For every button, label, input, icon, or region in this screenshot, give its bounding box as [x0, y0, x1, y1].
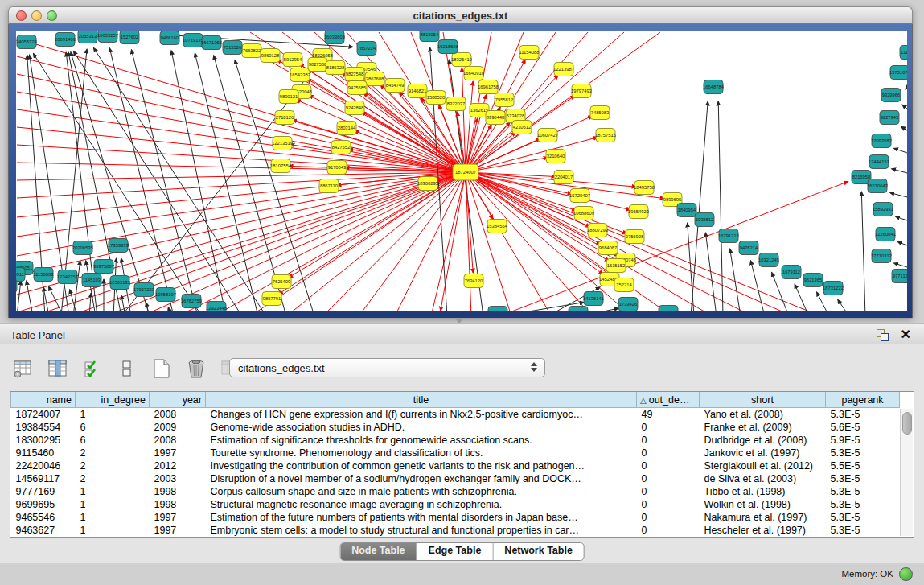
graph-edge[interactable]	[142, 172, 466, 311]
graph-node[interactable]: 1733426	[618, 298, 638, 311]
graph-node[interactable]: 1679112	[782, 266, 801, 279]
graph-node[interactable]: 7857224	[357, 42, 376, 56]
table-cell[interactable]: Disruption of a novel member of a sodium…	[206, 472, 637, 485]
table-cell[interactable]: 0	[637, 447, 700, 459]
table-cell[interactable]: 5.6E-5	[826, 421, 900, 434]
table-cell[interactable]: Dudbridge et al. (2008)	[700, 434, 826, 447]
graph-node[interactable]: 7184076	[569, 307, 588, 312]
table-row[interactable]: 2242004622012Investigating the contribut…	[11, 459, 900, 472]
graph-node[interactable]: 18731222	[823, 282, 844, 295]
table-cell[interactable]: 5.3E-5	[826, 408, 900, 422]
graph-node[interactable]: 24055724	[16, 35, 38, 49]
graph-node[interactable]: 752214	[614, 278, 634, 292]
node-table[interactable]: name in_degree year title △out_de… short…	[10, 391, 914, 538]
graph-edge[interactable]	[688, 223, 694, 311]
close-panel-icon[interactable]: ✕	[901, 327, 911, 342]
graph-node[interactable]: 9329966	[881, 89, 901, 102]
table-cell[interactable]: 9463627	[11, 524, 76, 537]
graph-node[interactable]: 9827508	[308, 58, 327, 72]
graph-node[interactable]: 18807293	[587, 224, 608, 237]
window-titlebar[interactable]: citations_edges.txt	[8, 6, 913, 24]
graph-node[interactable]: 7515526	[223, 41, 242, 55]
graph-node[interactable]: 16648784	[703, 80, 725, 94]
select-columns-icon[interactable]	[46, 356, 70, 381]
column-checklist-icon[interactable]	[80, 356, 105, 381]
column-header-short[interactable]: short	[700, 392, 826, 408]
table-cell[interactable]: 0	[637, 434, 700, 447]
graph-node[interactable]: 10958107	[155, 288, 176, 302]
table-row[interactable]: 946362711997Embryonic stem cells: a mode…	[11, 524, 900, 537]
table-cell[interactable]: 2	[76, 459, 150, 472]
graph-node[interactable]: 17359939	[108, 239, 129, 253]
graph-node[interactable]: 12923448	[206, 302, 227, 312]
graph-node[interactable]: 2718126	[275, 111, 294, 125]
scrollbar-thumb[interactable]	[902, 412, 912, 435]
graph-node[interactable]: 16791215	[718, 229, 739, 243]
graph-node[interactable]: 16640910	[463, 67, 484, 80]
row-height-icon[interactable]	[115, 356, 139, 381]
table-row[interactable]: 969969511998Structural magnetic resonanc…	[11, 498, 900, 511]
graph-node[interactable]: 9245012	[659, 306, 678, 312]
table-cell[interactable]: de Silva et al. (2003)	[700, 472, 826, 485]
tab-edge-table[interactable]: Edge Table	[417, 543, 494, 560]
graph-node[interactable]: 8990448	[486, 111, 505, 125]
table-cell[interactable]: 2008	[150, 408, 206, 422]
table-cell[interactable]: Jankovic et al. (1997)	[700, 447, 826, 459]
graph-node[interactable]: 1588520	[426, 91, 446, 105]
graph-node[interactable]: 9242848	[345, 101, 364, 115]
graph-edge[interactable]	[902, 105, 907, 109]
table-cell[interactable]: 2012	[150, 459, 206, 472]
table-cell[interactable]: 5.9E-5	[826, 434, 900, 447]
trash-icon[interactable]	[184, 356, 208, 381]
graph-node[interactable]: 5912954	[283, 53, 302, 67]
graph-node[interactable]: 9227343	[880, 111, 899, 125]
graph-node[interactable]: 17710312	[871, 249, 892, 263]
graph-edge[interactable]	[48, 286, 64, 311]
column-header-in-degree[interactable]: in_degree	[76, 392, 150, 408]
graph-node[interactable]: 1615152	[606, 259, 626, 273]
graph-edge[interactable]	[73, 261, 80, 311]
table-cell[interactable]: 5.5E-5	[826, 459, 900, 472]
table-cell[interactable]: 1998	[150, 485, 206, 498]
table-cell[interactable]: Tourette syndrome. Phenomenology and cla…	[206, 447, 637, 459]
table-cell[interactable]: Genome-wide association studies in ADHD.	[206, 421, 637, 434]
table-cell[interactable]: Investigating the contribution of common…	[206, 459, 637, 472]
table-cell[interactable]: 14569117	[11, 472, 76, 485]
graph-edge[interactable]	[894, 263, 907, 267]
graph-node[interactable]: 1145193	[82, 274, 101, 287]
graph-node[interactable]: 19654923	[628, 205, 649, 219]
graph-node[interactable]: 19650291	[487, 307, 508, 312]
table-cell[interactable]: Tibbo et al. (1998)	[700, 485, 826, 498]
table-cell[interactable]: 1997	[150, 447, 206, 459]
graph-node[interactable]: 3210640	[546, 150, 565, 163]
table-cell[interactable]: Stergiakouli et al. (2012)	[700, 459, 826, 472]
graph-node[interactable]: 12444151	[869, 155, 889, 169]
graph-node[interactable]: 1527602	[120, 31, 139, 44]
graph-node[interactable]: 1111404	[900, 46, 907, 60]
graph-node[interactable]: 12342757	[57, 270, 78, 284]
graph-node[interactable]: 12093582	[871, 134, 892, 148]
tab-node-table[interactable]: Node Table	[340, 543, 417, 560]
graph-node[interactable]: 16961758	[478, 80, 499, 94]
graph-node[interactable]: 16033809	[324, 31, 345, 44]
graph-node[interactable]: 9860128	[261, 49, 280, 63]
graph-edge[interactable]	[795, 284, 809, 311]
graph-edge[interactable]	[906, 85, 907, 89]
table-cell[interactable]: Corpus callosum shape and size in male p…	[206, 485, 637, 498]
table-cell[interactable]: 5.3E-5	[826, 524, 900, 537]
table-cell[interactable]: 6	[76, 421, 150, 434]
graph-edge[interactable]	[441, 172, 466, 311]
graph-edge[interactable]	[466, 172, 552, 311]
graph-node[interactable]: 20206535	[72, 241, 93, 255]
table-cell[interactable]: 1997	[150, 511, 206, 524]
column-header-pagerank[interactable]: pagerank	[826, 392, 900, 408]
graph-node[interactable]: 7955812	[495, 93, 514, 107]
table-cell[interactable]: 19384554	[11, 421, 76, 434]
table-cell[interactable]: 0	[637, 459, 700, 472]
graph-edge[interactable]	[17, 281, 21, 311]
graph-node[interactable]: 15720407	[569, 189, 590, 203]
table-cell[interactable]: 0	[637, 524, 700, 537]
graph-node[interactable]: 8813054	[420, 31, 439, 42]
tab-network-table[interactable]: Network Table	[493, 543, 584, 560]
table-cell[interactable]: 0	[637, 485, 700, 498]
